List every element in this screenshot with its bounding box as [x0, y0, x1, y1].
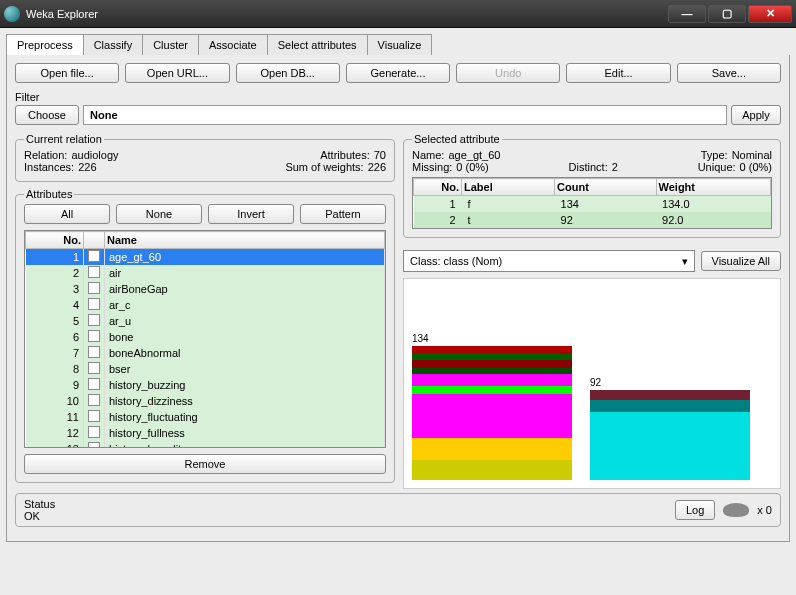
pattern-button[interactable]: Pattern [300, 204, 386, 224]
attr-row[interactable]: 2air [26, 265, 385, 281]
tab-associate[interactable]: Associate [198, 34, 268, 55]
col-name: Name [105, 232, 385, 249]
distinct-value: 2 [612, 161, 618, 173]
attributes-legend: Attributes [24, 188, 74, 200]
filter-text[interactable]: None [83, 105, 727, 125]
checkbox[interactable] [88, 282, 100, 294]
selected-attr-legend: Selected attribute [412, 133, 502, 145]
attr-row[interactable]: 8bser [26, 361, 385, 377]
chevron-down-icon: ▾ [682, 255, 688, 268]
checkbox[interactable] [88, 378, 100, 390]
col-no: No. [26, 232, 84, 249]
save-button[interactable]: Save... [677, 63, 781, 83]
tab-classify[interactable]: Classify [83, 34, 144, 55]
instances-value: 226 [78, 161, 96, 173]
open-url-button[interactable]: Open URL... [125, 63, 229, 83]
titlebar: Weka Explorer — ▢ ✕ [0, 0, 796, 28]
open-file-button[interactable]: Open file... [15, 63, 119, 83]
filter-label: Filter [15, 91, 781, 103]
generate-button[interactable]: Generate... [346, 63, 450, 83]
window-buttons: — ▢ ✕ [666, 5, 792, 23]
tab-preprocess[interactable]: Preprocess [6, 34, 84, 55]
attr-row[interactable]: 13history_heredity [26, 441, 385, 448]
attr-row[interactable]: 5ar_u [26, 313, 385, 329]
selected-attribute-panel: Selected attribute Name: age_gt_60 Type:… [403, 133, 781, 238]
instances-label: Instances: [24, 161, 74, 173]
attr-row[interactable]: 7boneAbnormal [26, 345, 385, 361]
current-relation-legend: Current relation [24, 133, 104, 145]
histogram-bar: 134 [412, 333, 572, 480]
window-title: Weka Explorer [26, 8, 666, 20]
attr-type-label: Type: [701, 149, 728, 161]
attr-row[interactable]: 3airBoneGap [26, 281, 385, 297]
relation-value: audiology [71, 149, 118, 161]
visualization-area: 13492 [403, 278, 781, 489]
app-icon [4, 6, 20, 22]
toolbar: Open file... Open URL... Open DB... Gene… [15, 63, 781, 83]
log-button[interactable]: Log [675, 500, 715, 520]
tab-select-attributes[interactable]: Select attributes [267, 34, 368, 55]
attr-row[interactable]: 9history_buzzing [26, 377, 385, 393]
undo-button[interactable]: Undo [456, 63, 560, 83]
vcol-label: Label [462, 179, 555, 196]
values-table[interactable]: No. Label Count Weight 1f134134.02t9292.… [412, 177, 772, 229]
main-tabs: PreprocessClassifyClusterAssociateSelect… [6, 34, 790, 55]
choose-filter-button[interactable]: Choose [15, 105, 79, 125]
maximize-button[interactable]: ▢ [708, 5, 746, 23]
apply-filter-button[interactable]: Apply [731, 105, 781, 125]
main-panel: Open file... Open URL... Open DB... Gene… [6, 55, 790, 542]
weka-bird-icon [723, 503, 749, 517]
checkbox[interactable] [88, 426, 100, 438]
select-none-button[interactable]: None [116, 204, 202, 224]
tab-cluster[interactable]: Cluster [142, 34, 199, 55]
attr-name-label: Name: [412, 149, 444, 161]
attr-row[interactable]: 12history_fullness [26, 425, 385, 441]
attributes-panel: Attributes All None Invert Pattern No. N… [15, 188, 395, 483]
attributes-table[interactable]: No. Name 1age_gt_602air3airBoneGap4ar_c5… [24, 230, 386, 448]
vcol-no: No. [414, 179, 462, 196]
attr-row[interactable]: 6bone [26, 329, 385, 345]
checkbox[interactable] [88, 442, 100, 448]
visualize-all-button[interactable]: Visualize All [701, 251, 782, 271]
checkbox[interactable] [88, 362, 100, 374]
attr-row[interactable]: 1age_gt_60 [26, 249, 385, 266]
missing-value: 0 (0%) [456, 161, 488, 173]
relation-label: Relation: [24, 149, 67, 161]
attr-row[interactable]: 11history_fluctuating [26, 409, 385, 425]
attr-row[interactable]: 10history_dizziness [26, 393, 385, 409]
minimize-button[interactable]: — [668, 5, 706, 23]
class-row: Class: class (Nom) ▾ Visualize All [403, 250, 781, 272]
remove-button[interactable]: Remove [24, 454, 386, 474]
invert-button[interactable]: Invert [208, 204, 294, 224]
value-row[interactable]: 1f134134.0 [414, 196, 771, 213]
close-button[interactable]: ✕ [748, 5, 792, 23]
status-bar: Status OK Log x 0 [15, 493, 781, 527]
unique-label: Unique: [698, 161, 736, 173]
checkbox[interactable] [88, 330, 100, 342]
checkbox[interactable] [88, 266, 100, 278]
checkbox[interactable] [88, 394, 100, 406]
checkbox[interactable] [88, 410, 100, 422]
checkbox[interactable] [88, 346, 100, 358]
distinct-label: Distinct: [569, 161, 608, 173]
attr-name: age_gt_60 [448, 149, 500, 161]
select-all-button[interactable]: All [24, 204, 110, 224]
status-legend: Status [24, 498, 55, 510]
unique-value: 0 (0%) [740, 161, 772, 173]
tab-visualize[interactable]: Visualize [367, 34, 433, 55]
vcol-count: Count [555, 179, 656, 196]
attr-type: Nominal [732, 149, 772, 161]
class-selector[interactable]: Class: class (Nom) ▾ [403, 250, 695, 272]
attr-row[interactable]: 4ar_c [26, 297, 385, 313]
open-db-button[interactable]: Open DB... [236, 63, 340, 83]
checkbox[interactable] [88, 314, 100, 326]
edit-button[interactable]: Edit... [566, 63, 670, 83]
class-value: Class: class (Nom) [410, 255, 502, 267]
vcol-weight: Weight [656, 179, 770, 196]
value-row[interactable]: 2t9292.0 [414, 212, 771, 228]
sumweights-label: Sum of weights: [285, 161, 363, 173]
current-relation-panel: Current relation Relation: audiology Att… [15, 133, 395, 182]
checkbox[interactable] [88, 250, 100, 262]
status-count: x 0 [757, 504, 772, 516]
checkbox[interactable] [88, 298, 100, 310]
